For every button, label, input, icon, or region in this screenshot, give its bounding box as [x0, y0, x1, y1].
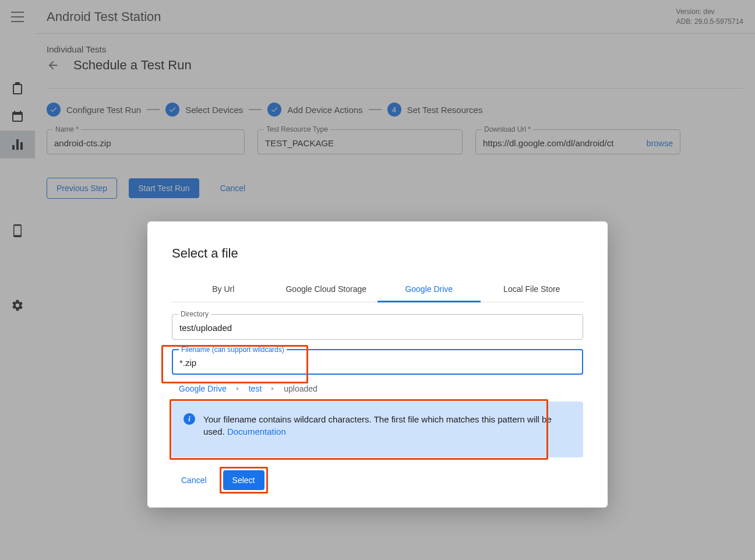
dialog-select-button[interactable]: Select [223, 470, 264, 490]
tab-local-file-store[interactable]: Local File Store [481, 277, 584, 302]
directory-input[interactable] [179, 323, 576, 333]
modal-overlay[interactable]: Select a file By Url Google Cloud Storag… [0, 0, 755, 560]
chevron-right-icon [270, 386, 276, 392]
bc-test[interactable]: test [249, 384, 262, 393]
tab-by-url[interactable]: By Url [172, 277, 275, 302]
filename-field[interactable]: Filename (can support wildcards) [172, 349, 583, 375]
dialog-cancel-button[interactable]: Cancel [172, 470, 216, 490]
tab-google-drive[interactable]: Google Drive [378, 277, 481, 302]
bc-root[interactable]: Google Drive [179, 384, 227, 393]
filename-input[interactable] [179, 358, 576, 368]
select-file-dialog: Select a file By Url Google Cloud Storag… [147, 221, 608, 508]
info-icon: i [184, 413, 195, 425]
dialog-title: Select a file [172, 246, 583, 261]
directory-field[interactable]: Directory [172, 314, 583, 340]
documentation-link[interactable]: Documentation [227, 427, 286, 436]
chevron-right-icon [235, 386, 241, 392]
tab-gcs[interactable]: Google Cloud Storage [275, 277, 378, 302]
bc-uploaded: uploaded [284, 384, 317, 393]
info-banner: i Your filename contains wildcard charac… [172, 401, 583, 457]
dialog-tabs: By Url Google Cloud Storage Google Drive… [172, 277, 583, 302]
drive-breadcrumb: Google Drive test uploaded [179, 384, 583, 393]
